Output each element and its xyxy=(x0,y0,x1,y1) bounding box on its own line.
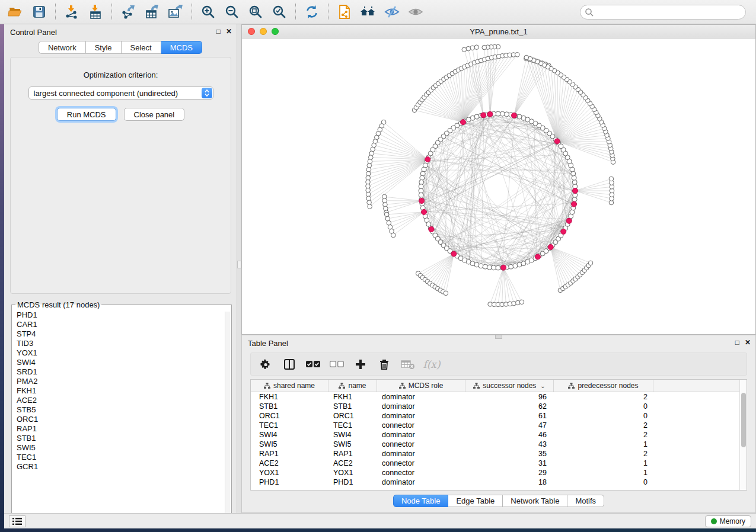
mcds-result-item[interactable]: STB1 xyxy=(17,434,231,443)
table-row[interactable]: PHD1PHD1dominator180 xyxy=(251,477,747,487)
memory-button[interactable]: Memory xyxy=(705,515,751,527)
mcds-result-item[interactable]: SRD1 xyxy=(17,367,231,377)
mcds-result-item[interactable]: CAR1 xyxy=(17,320,231,329)
deselect-all-button[interactable] xyxy=(328,355,346,373)
cell-shared_name: YOX1 xyxy=(251,469,328,477)
export-table-button[interactable] xyxy=(141,2,162,21)
float-panel-icon[interactable]: □ xyxy=(216,27,221,36)
cell-shared_name: RAP1 xyxy=(251,450,328,458)
cell-successor_nodes: 35 xyxy=(465,450,554,458)
import-table-button[interactable] xyxy=(85,2,106,21)
tab-node-table[interactable]: Node Table xyxy=(393,495,449,507)
table-row[interactable]: SWI5SWI5connector431 xyxy=(251,440,747,449)
cell-shared_name: ACE2 xyxy=(251,459,328,467)
cell-mcds_role: dominator xyxy=(377,412,465,420)
columns-icon xyxy=(283,358,295,370)
open-session-button[interactable] xyxy=(5,2,26,21)
export-network-button[interactable] xyxy=(117,2,139,21)
zoom-fit-button[interactable] xyxy=(245,2,266,21)
show-columns-button[interactable] xyxy=(280,355,298,373)
task-history-button[interactable] xyxy=(9,515,25,527)
column-header-name[interactable]: name xyxy=(328,380,377,392)
attribute-tree-icon xyxy=(264,383,270,389)
mcds-result-item[interactable]: GCR1 xyxy=(17,462,231,472)
zoom-selected-button[interactable] xyxy=(269,2,290,21)
mcds-result-item[interactable]: RAP1 xyxy=(17,424,231,434)
table-row[interactable]: ORC1ORC1dominator610 xyxy=(251,411,747,421)
tab-network[interactable]: Network xyxy=(39,41,86,54)
select-all-button[interactable] xyxy=(304,355,322,373)
column-header-shared-name[interactable]: shared name xyxy=(251,380,328,392)
hide-graphics-details-button[interactable] xyxy=(381,2,403,21)
table-scrollbar-thumb[interactable] xyxy=(741,393,746,447)
cell-shared_name: SWI4 xyxy=(251,431,328,439)
column-header-predecessor-nodes[interactable]: predecessor nodes xyxy=(554,380,653,392)
network-graph[interactable] xyxy=(242,39,755,334)
import-network-icon xyxy=(64,4,79,20)
export-image-button[interactable] xyxy=(165,2,186,21)
search-input[interactable] xyxy=(596,7,745,18)
cell-predecessor_nodes: 0 xyxy=(554,412,653,420)
table-row[interactable]: FKH1FKH1dominator962 xyxy=(251,392,747,402)
mcds-result-item[interactable]: FKH1 xyxy=(17,386,231,396)
table-row[interactable]: YOX1YOX1connector291 xyxy=(251,468,747,477)
close-panel-icon[interactable]: ✕ xyxy=(226,27,232,36)
mcds-result-item[interactable]: SWI4 xyxy=(17,358,231,367)
tab-motifs[interactable]: Motifs xyxy=(567,495,604,507)
tab-style[interactable]: Style xyxy=(86,41,122,54)
create-column-button[interactable] xyxy=(352,355,369,373)
close-panel-button[interactable]: Close panel xyxy=(124,108,185,121)
mcds-panel: Optimization criterion: largest connecte… xyxy=(10,57,231,294)
table-settings-button[interactable] xyxy=(257,355,275,373)
zoom-out-button[interactable] xyxy=(221,2,243,21)
new-network-from-selection-button[interactable] xyxy=(334,2,355,21)
save-session-button[interactable] xyxy=(28,2,50,21)
table-row[interactable]: RAP1RAP1dominator352 xyxy=(251,449,747,459)
network-file-icon xyxy=(337,4,352,20)
delete-columns-button[interactable] xyxy=(375,355,393,373)
table-row[interactable]: STB1STB1dominator620 xyxy=(251,402,747,411)
show-graphics-details-button[interactable] xyxy=(405,2,426,21)
tab-mcds[interactable]: MCDS xyxy=(161,41,202,54)
tab-select[interactable]: Select xyxy=(122,41,161,54)
mcds-result-item[interactable]: SWI5 xyxy=(17,443,231,453)
tab-network-table[interactable]: Network Table xyxy=(503,495,567,507)
table-row[interactable]: SWI4SWI4dominator462 xyxy=(251,430,747,440)
optimization-select[interactable]: largest connected component (undirected) xyxy=(28,86,213,100)
mcds-result-item[interactable]: ACE2 xyxy=(17,396,231,405)
mcds-result-item[interactable]: STB5 xyxy=(17,405,231,415)
import-network-button[interactable] xyxy=(61,2,82,21)
cell-name: ACE2 xyxy=(328,459,377,467)
table-row[interactable]: TEC1TEC1connector472 xyxy=(251,421,747,430)
column-header-MCDS-role[interactable]: MCDS role xyxy=(377,380,465,392)
column-header-successor-nodes[interactable]: successor nodes⌄ xyxy=(465,380,554,392)
mcds-result-item[interactable]: TEC1 xyxy=(17,453,231,462)
run-mcds-button[interactable]: Run MCDS xyxy=(57,108,116,121)
mcds-result-item[interactable]: PMA2 xyxy=(17,377,231,386)
result-scrollbar[interactable] xyxy=(225,312,230,518)
delete-table-button xyxy=(399,355,417,373)
cell-successor_nodes: 62 xyxy=(465,402,554,411)
apply-layout-button[interactable] xyxy=(301,2,323,21)
tab-edge-table[interactable]: Edge Table xyxy=(448,495,503,507)
cell-mcds_role: connector xyxy=(377,440,465,448)
cell-shared_name: FKH1 xyxy=(251,393,328,401)
control-tabs: NetworkStyleSelectMCDS xyxy=(39,41,202,54)
mcds-result-item[interactable]: TID3 xyxy=(17,339,231,348)
mcds-result-item[interactable]: YOX1 xyxy=(17,348,231,358)
divider-handle[interactable] xyxy=(237,261,241,268)
table-scrollbar[interactable] xyxy=(739,380,747,490)
houses-button[interactable] xyxy=(358,2,379,21)
float-panel-icon[interactable]: □ xyxy=(735,338,739,347)
cell-predecessor_nodes: 2 xyxy=(554,431,653,439)
cell-mcds_role: dominator xyxy=(377,478,465,486)
close-panel-icon[interactable]: ✕ xyxy=(745,338,751,347)
table-row[interactable]: ACE2ACE2connector311 xyxy=(251,459,747,468)
search-field[interactable] xyxy=(580,5,746,20)
zoom-in-button[interactable] xyxy=(197,2,219,21)
cell-successor_nodes: 29 xyxy=(465,469,554,477)
mcds-result-item[interactable]: PHD1 xyxy=(17,310,231,320)
mcds-result-item[interactable]: STP4 xyxy=(17,329,231,339)
mcds-result-item[interactable]: ORC1 xyxy=(17,415,231,424)
control-panel: Control Panel □ ✕ NetworkStyleSelectMCDS… xyxy=(4,24,237,513)
